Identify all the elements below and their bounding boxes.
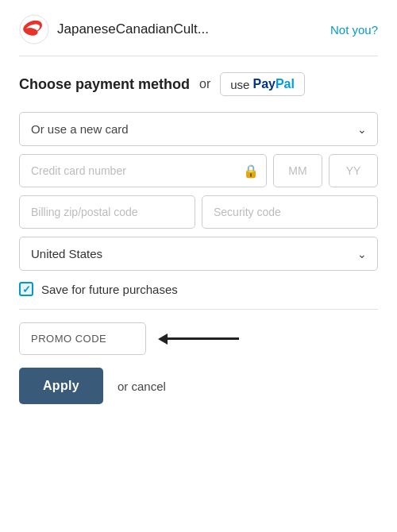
promo-arrow — [159, 333, 378, 345]
bottom-row: Apply or cancel — [19, 368, 378, 404]
promo-input-wrapper — [19, 322, 146, 355]
arrow-line — [168, 337, 239, 340]
or-text: or — [199, 77, 210, 91]
paypal-button[interactable]: use PayPal — [220, 72, 305, 96]
paypal-pal-text: Pal — [276, 77, 295, 91]
promo-section — [19, 322, 378, 355]
header-left: JapaneseCanadianCult... — [19, 14, 209, 44]
card-select-wrapper[interactable]: Or use a new card ⌄ — [19, 112, 378, 146]
promo-code-input[interactable] — [19, 322, 146, 355]
country-select-wrapper[interactable]: United States Canada ⌄ — [19, 237, 378, 271]
main-content: Choose payment method or use PayPal Or u… — [0, 56, 397, 420]
save-checkbox[interactable]: ✓ — [19, 282, 33, 296]
security-code-input[interactable] — [202, 195, 378, 229]
billing-zip-input[interactable] — [19, 195, 195, 229]
card-select[interactable]: Or use a new card — [19, 112, 378, 146]
org-logo — [19, 14, 49, 44]
card-number-wrapper: 🔒 — [19, 154, 267, 187]
paypal-logo: PayPal — [252, 77, 294, 91]
country-select[interactable]: United States Canada — [19, 237, 378, 271]
org-name: JapaneseCanadianCult... — [57, 21, 209, 37]
promo-divider — [19, 309, 378, 310]
checkmark-icon: ✓ — [22, 284, 31, 295]
expiry-year-input[interactable] — [329, 154, 378, 187]
not-you-link[interactable]: Not you? — [330, 23, 378, 37]
card-number-input[interactable] — [19, 154, 267, 187]
arrow-head-icon — [158, 333, 168, 345]
apply-button[interactable]: Apply — [19, 368, 103, 404]
payment-title: Choose payment method — [19, 76, 190, 93]
paypal-use-text: use — [230, 78, 249, 91]
save-label: Save for future purchases — [41, 283, 178, 296]
billing-row — [19, 195, 378, 229]
save-row: ✓ Save for future purchases — [19, 282, 378, 296]
payment-header: Choose payment method or use PayPal — [19, 72, 378, 96]
paypal-pay-text: Pay — [252, 77, 275, 91]
card-number-row: 🔒 — [19, 154, 378, 187]
expiry-month-input[interactable] — [273, 154, 322, 187]
cancel-link[interactable]: or cancel — [118, 380, 166, 393]
lock-icon: 🔒 — [243, 164, 259, 179]
header: JapaneseCanadianCult... Not you? — [0, 0, 397, 56]
